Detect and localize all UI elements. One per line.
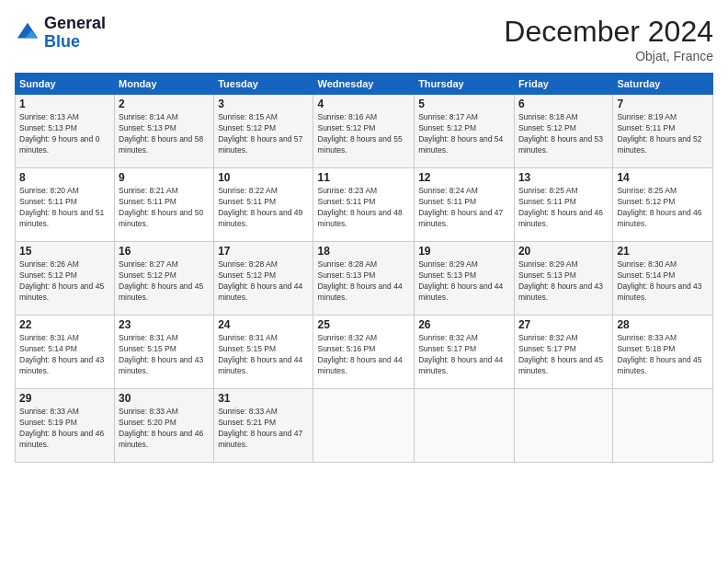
page: General Blue December 2024 Objat, France…: [0, 0, 728, 563]
day-number: 11: [317, 171, 410, 184]
day-number: 8: [19, 171, 110, 184]
title-section: December 2024 Objat, France: [504, 15, 713, 63]
calendar-cell: 30 Sunrise: 8:33 AM Sunset: 5:20 PM Dayl…: [115, 389, 214, 463]
calendar-cell: [313, 389, 415, 463]
calendar-week-4: 22 Sunrise: 8:31 AM Sunset: 5:14 PM Dayl…: [16, 316, 713, 389]
day-number: 30: [119, 392, 210, 405]
day-number: 25: [317, 318, 410, 331]
logo-name-line1: General: [44, 15, 106, 33]
calendar-cell: 18 Sunrise: 8:28 AM Sunset: 5:13 PM Dayl…: [313, 242, 415, 316]
day-number: 1: [19, 98, 110, 110]
day-number: 13: [518, 171, 609, 184]
calendar-cell: 19 Sunrise: 8:29 AM Sunset: 5:13 PM Dayl…: [415, 242, 515, 316]
day-number: 29: [19, 392, 110, 405]
day-info: Sunrise: 8:32 AM Sunset: 5:17 PM Dayligh…: [418, 333, 510, 377]
logo-icon: [15, 20, 40, 46]
calendar-cell: 9 Sunrise: 8:21 AM Sunset: 5:11 PM Dayli…: [115, 168, 214, 242]
calendar-cell: 31 Sunrise: 8:33 AM Sunset: 5:21 PM Dayl…: [214, 389, 313, 463]
calendar-cell: 3 Sunrise: 8:15 AM Sunset: 5:12 PM Dayli…: [214, 95, 313, 168]
day-info: Sunrise: 8:25 AM Sunset: 5:12 PM Dayligh…: [617, 186, 709, 230]
day-info: Sunrise: 8:22 AM Sunset: 5:11 PM Dayligh…: [218, 186, 309, 230]
day-number: 7: [617, 98, 709, 110]
day-number: 18: [317, 245, 410, 258]
calendar-cell: 28 Sunrise: 8:33 AM Sunset: 5:18 PM Dayl…: [613, 316, 713, 389]
logo-name-line2: Blue: [44, 33, 106, 52]
day-number: 27: [518, 318, 609, 331]
day-number: 31: [218, 392, 309, 405]
day-info: Sunrise: 8:14 AM Sunset: 5:13 PM Dayligh…: [119, 112, 210, 156]
calendar-week-2: 8 Sunrise: 8:20 AM Sunset: 5:11 PM Dayli…: [16, 168, 713, 242]
day-number: 3: [218, 98, 309, 110]
day-info: Sunrise: 8:33 AM Sunset: 5:20 PM Dayligh…: [119, 407, 210, 451]
calendar-cell: [415, 389, 515, 463]
header: General Blue December 2024 Objat, France: [15, 15, 713, 63]
day-number: 20: [518, 245, 609, 258]
calendar-cell: 21 Sunrise: 8:30 AM Sunset: 5:14 PM Dayl…: [613, 242, 713, 316]
day-number: 4: [317, 98, 410, 110]
day-number: 12: [418, 171, 510, 184]
day-info: Sunrise: 8:16 AM Sunset: 5:12 PM Dayligh…: [317, 112, 410, 156]
day-number: 24: [218, 318, 309, 331]
calendar: Sunday Monday Tuesday Wednesday Thursday…: [15, 73, 713, 463]
calendar-cell: 26 Sunrise: 8:32 AM Sunset: 5:17 PM Dayl…: [415, 316, 515, 389]
calendar-cell: 16 Sunrise: 8:27 AM Sunset: 5:12 PM Dayl…: [115, 242, 214, 316]
day-info: Sunrise: 8:21 AM Sunset: 5:11 PM Dayligh…: [119, 186, 210, 230]
calendar-cell: 4 Sunrise: 8:16 AM Sunset: 5:12 PM Dayli…: [313, 95, 415, 168]
calendar-header-row: Sunday Monday Tuesday Wednesday Thursday…: [16, 74, 713, 95]
day-number: 21: [617, 245, 709, 258]
calendar-cell: 13 Sunrise: 8:25 AM Sunset: 5:11 PM Dayl…: [514, 168, 612, 242]
day-number: 5: [418, 98, 510, 110]
calendar-cell: [613, 389, 713, 463]
col-wednesday: Wednesday: [313, 74, 415, 95]
day-number: 6: [518, 98, 609, 110]
calendar-cell: 29 Sunrise: 8:33 AM Sunset: 5:19 PM Dayl…: [16, 389, 115, 463]
location: Objat, France: [504, 49, 713, 63]
day-info: Sunrise: 8:32 AM Sunset: 5:16 PM Dayligh…: [317, 333, 410, 377]
calendar-cell: 8 Sunrise: 8:20 AM Sunset: 5:11 PM Dayli…: [16, 168, 115, 242]
day-info: Sunrise: 8:18 AM Sunset: 5:12 PM Dayligh…: [518, 112, 609, 156]
day-info: Sunrise: 8:23 AM Sunset: 5:11 PM Dayligh…: [317, 186, 410, 230]
day-info: Sunrise: 8:24 AM Sunset: 5:11 PM Dayligh…: [418, 186, 510, 230]
day-info: Sunrise: 8:31 AM Sunset: 5:15 PM Dayligh…: [218, 333, 309, 377]
calendar-cell: 14 Sunrise: 8:25 AM Sunset: 5:12 PM Dayl…: [613, 168, 713, 242]
day-number: 17: [218, 245, 309, 258]
day-info: Sunrise: 8:19 AM Sunset: 5:11 PM Dayligh…: [617, 112, 709, 156]
col-thursday: Thursday: [415, 74, 515, 95]
day-info: Sunrise: 8:27 AM Sunset: 5:12 PM Dayligh…: [119, 259, 210, 304]
day-number: 10: [218, 171, 309, 184]
day-info: Sunrise: 8:17 AM Sunset: 5:12 PM Dayligh…: [418, 112, 510, 156]
day-number: 16: [119, 245, 210, 258]
col-friday: Friday: [514, 74, 612, 95]
calendar-week-5: 29 Sunrise: 8:33 AM Sunset: 5:19 PM Dayl…: [16, 389, 713, 463]
col-saturday: Saturday: [613, 74, 713, 95]
calendar-cell: [514, 389, 612, 463]
day-info: Sunrise: 8:33 AM Sunset: 5:18 PM Dayligh…: [617, 333, 709, 377]
day-info: Sunrise: 8:29 AM Sunset: 5:13 PM Dayligh…: [418, 259, 510, 304]
day-number: 2: [119, 98, 210, 110]
calendar-cell: 10 Sunrise: 8:22 AM Sunset: 5:11 PM Dayl…: [214, 168, 313, 242]
calendar-cell: 5 Sunrise: 8:17 AM Sunset: 5:12 PM Dayli…: [415, 95, 515, 168]
calendar-cell: 20 Sunrise: 8:29 AM Sunset: 5:13 PM Dayl…: [514, 242, 612, 316]
day-number: 9: [119, 171, 210, 184]
day-number: 15: [19, 245, 110, 258]
day-number: 14: [617, 171, 709, 184]
day-info: Sunrise: 8:28 AM Sunset: 5:13 PM Dayligh…: [317, 259, 410, 304]
calendar-cell: 11 Sunrise: 8:23 AM Sunset: 5:11 PM Dayl…: [313, 168, 415, 242]
calendar-cell: 25 Sunrise: 8:32 AM Sunset: 5:16 PM Dayl…: [313, 316, 415, 389]
day-info: Sunrise: 8:25 AM Sunset: 5:11 PM Dayligh…: [518, 186, 609, 230]
col-monday: Monday: [115, 74, 214, 95]
logo: General Blue: [15, 15, 106, 52]
day-info: Sunrise: 8:28 AM Sunset: 5:12 PM Dayligh…: [218, 259, 309, 304]
day-info: Sunrise: 8:26 AM Sunset: 5:12 PM Dayligh…: [19, 259, 110, 304]
calendar-cell: 22 Sunrise: 8:31 AM Sunset: 5:14 PM Dayl…: [16, 316, 115, 389]
day-number: 22: [19, 318, 110, 331]
calendar-cell: 7 Sunrise: 8:19 AM Sunset: 5:11 PM Dayli…: [613, 95, 713, 168]
day-number: 19: [418, 245, 510, 258]
day-info: Sunrise: 8:33 AM Sunset: 5:21 PM Dayligh…: [218, 407, 309, 451]
col-sunday: Sunday: [16, 74, 115, 95]
day-info: Sunrise: 8:15 AM Sunset: 5:12 PM Dayligh…: [218, 112, 309, 156]
calendar-week-1: 1 Sunrise: 8:13 AM Sunset: 5:13 PM Dayli…: [16, 95, 713, 168]
calendar-cell: 12 Sunrise: 8:24 AM Sunset: 5:11 PM Dayl…: [415, 168, 515, 242]
calendar-cell: 2 Sunrise: 8:14 AM Sunset: 5:13 PM Dayli…: [115, 95, 214, 168]
month-title: December 2024: [504, 15, 713, 49]
